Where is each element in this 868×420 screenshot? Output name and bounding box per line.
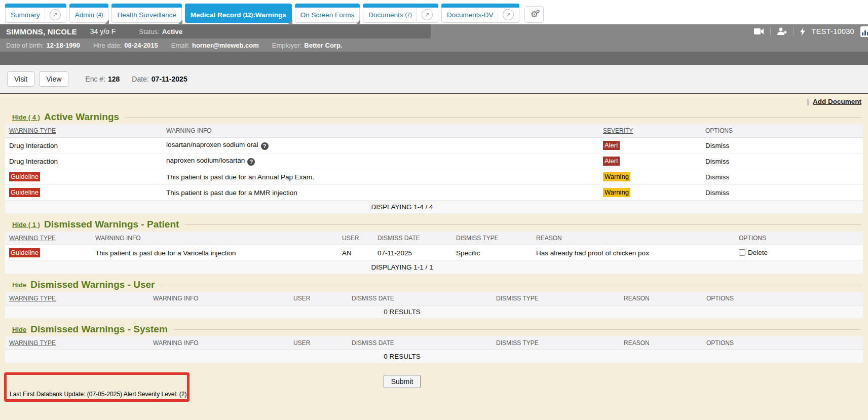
settings-gear-button[interactable]: ⚙ ⚙ xyxy=(524,6,544,23)
options-cell: Dismiss xyxy=(701,154,863,169)
col-dismiss-date: DISMISS DATE xyxy=(348,336,492,350)
warning-info-cell: This patient is past due for a MMR injec… xyxy=(162,185,599,201)
col-options: OPTIONS xyxy=(735,232,863,245)
tab-medical-record[interactable]: Medical Record (12) :Warnings xyxy=(185,7,292,23)
document-toolbar: | Add Document xyxy=(0,95,868,106)
table-row: Guideline This patient is past due for a… xyxy=(5,169,863,185)
help-icon[interactable]: ? xyxy=(247,158,255,166)
table-header-row: WARNING TYPE WARNING INFO USER DISMISS D… xyxy=(5,336,863,350)
dismiss-link[interactable]: Dismiss xyxy=(705,189,729,197)
popout-icon[interactable]: ↗ xyxy=(503,9,514,20)
tab-label: Admin xyxy=(75,11,94,19)
lightning-bolt-icon[interactable] xyxy=(800,27,806,36)
patient-header-row3 xyxy=(0,52,868,65)
guideline-badge: Guideline xyxy=(9,172,40,181)
patient-header-row1: SIMMONS, NICOLE 34 y/o F Status: Active … xyxy=(0,24,868,39)
patient-header-row2: Date of birth:12-18-1990 Hire date:08-24… xyxy=(0,39,868,52)
submit-button[interactable]: Submit xyxy=(384,375,421,388)
col-warning-info: WARNING INFO xyxy=(162,124,599,138)
tab-bar: Summary ↗ Admin (4) Health Surveillance … xyxy=(0,0,868,24)
popout-wrap: ↗ xyxy=(498,7,514,22)
employer-field: Employer:Better Corp. xyxy=(272,42,343,49)
col-dismiss-date: DISMISS DATE xyxy=(373,232,452,245)
section-title: Active Warnings xyxy=(44,111,119,123)
col-warning-type[interactable]: WARNING TYPE xyxy=(5,232,91,245)
delete-label: Delete xyxy=(748,249,768,256)
tab-admin[interactable]: Admin (4) xyxy=(69,7,109,23)
delete-option[interactable]: Delete xyxy=(739,249,768,256)
view-button[interactable]: View xyxy=(39,71,68,87)
warning-info-text: naproxen sodium/losartan xyxy=(166,157,245,164)
guideline-badge: Guideline xyxy=(9,188,40,197)
results-count: DISPLAYING 1-1 / 1 xyxy=(5,261,863,274)
employer-value: Better Corp. xyxy=(304,42,342,49)
enc-number-label: Enc #: xyxy=(85,75,105,83)
col-warning-type[interactable]: WARNING TYPE xyxy=(5,336,149,350)
bar-chart-icon[interactable] xyxy=(860,26,868,37)
add-person-icon[interactable] xyxy=(777,27,787,35)
col-options: OPTIONS xyxy=(702,292,863,306)
dismiss-link[interactable]: Dismiss xyxy=(705,158,729,165)
divider xyxy=(793,27,794,35)
col-reason: REASON xyxy=(532,232,735,245)
col-warning-info: WARNING INFO xyxy=(149,292,289,306)
warning-type-cell: Guideline xyxy=(5,245,91,261)
options-cell: Dismiss xyxy=(701,169,863,185)
tab-summary[interactable]: Summary ↗ xyxy=(5,7,66,23)
status-value: Active xyxy=(162,28,183,35)
warning-type-cell: Drug Interaction xyxy=(5,154,162,169)
dismissed-user-table: WARNING TYPE WARNING INFO USER DISMISS D… xyxy=(5,292,863,319)
patient-identity: SIMMONS, NICOLE 34 y/o F Status: Active xyxy=(0,24,431,39)
employer-label: Employer: xyxy=(272,42,302,49)
section-rule xyxy=(161,285,861,285)
col-warning-type[interactable]: WARNING TYPE xyxy=(5,124,162,138)
empty-results: 0 RESULTS xyxy=(5,306,863,319)
col-reason: REASON xyxy=(620,336,702,350)
hide-toggle-link[interactable]: Hide xyxy=(12,281,26,289)
col-options: OPTIONS xyxy=(701,124,863,138)
section-active-warnings: Hide ( 4 ) Active Warnings WARNING TYPE … xyxy=(0,111,868,214)
tab-documents[interactable]: Documents (7) ↗ xyxy=(363,7,438,23)
table-header-row: WARNING TYPE WARNING INFO USER DISMISS D… xyxy=(5,232,863,245)
visit-button[interactable]: Visit xyxy=(7,71,34,87)
hide-toggle-link[interactable]: Hide ( 1 ) xyxy=(12,221,40,228)
severity-cell: Alert xyxy=(599,138,701,154)
tab-health-surveillance[interactable]: Health Surveillance xyxy=(111,7,181,23)
email-label: Email: xyxy=(171,42,190,49)
encounter-bar: Visit View Enc #: 128 Date: 07-11-2025 xyxy=(0,65,868,93)
dismiss-date-cell: 07-11-2025 xyxy=(373,245,452,261)
options-cell: Dismiss xyxy=(701,138,863,154)
popout-icon[interactable]: ↗ xyxy=(422,9,433,20)
hide-toggle-link[interactable]: Hide ( 4 ) xyxy=(12,113,40,121)
warning-type-cell: Guideline xyxy=(5,185,162,201)
delete-checkbox[interactable] xyxy=(739,249,745,256)
footer-area: Submit Last First Databank Update: (07-0… xyxy=(0,363,868,420)
table-row: Guideline This patient is past due for a… xyxy=(5,245,863,261)
col-user: USER xyxy=(289,292,348,306)
patient-name: SIMMONS, NICOLE xyxy=(6,27,77,36)
dismiss-link[interactable]: Dismiss xyxy=(705,173,729,181)
hire-date-field: Hire date:08-24-2015 xyxy=(93,42,158,49)
tab-label: Health Surveillance xyxy=(117,11,176,19)
dismiss-link[interactable]: Dismiss xyxy=(705,142,729,149)
col-dismiss-date: DISMISS DATE xyxy=(348,292,492,306)
col-severity[interactable]: SEVERITY xyxy=(599,124,701,138)
table-row: Drug Interaction naproxen sodium/losarta… xyxy=(5,154,863,169)
video-camera-icon[interactable] xyxy=(754,28,764,35)
col-warning-type[interactable]: WARNING TYPE xyxy=(5,292,149,306)
tab-label: Documents xyxy=(368,11,403,19)
tab-on-screen-forms[interactable]: On Screen Forms xyxy=(295,7,360,23)
patient-header-actions: TEST-10030 xyxy=(431,24,868,39)
hide-toggle-link[interactable]: Hide xyxy=(12,326,26,333)
active-warnings-table: WARNING TYPE WARNING INFO SEVERITY OPTIO… xyxy=(5,124,863,214)
section-header: Hide ( 1 ) Dismissed Warnings - Patient xyxy=(12,219,861,230)
tab-documents-dv[interactable]: Documents-DV ↗ xyxy=(441,7,520,23)
dismissed-system-table: WARNING TYPE WARNING INFO USER DISMISS D… xyxy=(5,336,863,363)
popout-icon[interactable]: ↗ xyxy=(50,9,61,20)
main-content: | Add Document Hide ( 4 ) Active Warning… xyxy=(0,93,868,420)
add-document-link[interactable]: Add Document xyxy=(813,98,861,105)
databank-note: Last First Databank Update: (07-05-2025)… xyxy=(10,391,187,398)
dob-value: 12-18-1990 xyxy=(46,42,80,49)
warning-info-cell: This patient is past due for a Varicella… xyxy=(91,245,338,261)
help-icon[interactable]: ? xyxy=(261,142,269,150)
